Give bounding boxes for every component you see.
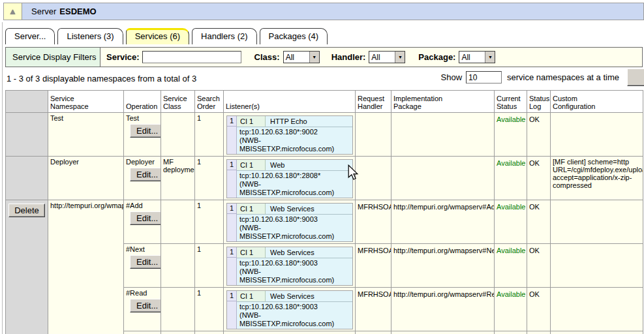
delete-button[interactable]: Delete [8,204,45,217]
operation-cell: Test Edit... [124,113,161,157]
show-suffix-label: service namespaces at a time [507,72,619,82]
table-row-wmapserv-add: Delete http://tempuri.org/wmapserv #Add … [6,200,643,244]
custom-configuration-cell [551,113,643,157]
operation-cell: #Add Edit... [124,200,161,244]
row-actions-cell: Delete [6,200,48,334]
col-header-implementation-package: Implementation Package [391,91,495,113]
implementation-package-cell [391,113,495,157]
listener-box: 1 CI 1 Web tcp:10.120.63.180*:2808* (NWB… [226,159,353,198]
service-filter-input[interactable] [142,51,241,63]
implementation-package-cell [391,157,495,200]
show-label: Show [441,72,463,82]
row-actions-cell [6,157,48,200]
service-class-cell [161,244,195,288]
custom-configuration-cell [551,288,643,331]
col-header-service-class: Service Class [161,91,195,113]
server-title-bar: ▲ Server ESDEMO [3,3,644,20]
chevron-down-icon[interactable]: ▼ [395,52,405,63]
handler-filter-label: Handler: [331,52,366,62]
listener-head: CI 1 Web Services [237,247,352,258]
chevron-down-icon[interactable]: ▼ [485,52,495,63]
listener-name: HTTP Echo [266,116,352,127]
search-order-cell: 1 [195,331,224,334]
status-log-cell: OK [527,244,551,288]
pagination-button-partial[interactable] [627,68,644,86]
show-count-input[interactable] [466,71,502,84]
col-header-current-status: Current Status [495,91,527,113]
table-header-row: Service Namespace Operation Service Clas… [6,91,643,113]
service-class-cell [161,113,195,157]
listener-host: (NWB-MBISSETXP.microfocus.com) [239,180,351,197]
service-display-filters-bar: Service Display Filters Service: Class: … [5,47,643,67]
namespace-cell: Deployer [48,157,124,200]
request-handler-cell: MFRHSOAP [356,200,391,244]
listener-endpoint: tcp:10.120.63.180*:2808* [239,172,351,180]
listener-name: Web [266,160,352,170]
request-handler-cell: MFRHSOAP [356,331,391,334]
service-class-cell [161,288,195,331]
chevron-down-icon[interactable]: ▼ [309,52,319,63]
class-filter-label: Class: [254,52,280,62]
service-class-cell: MF deployment [161,157,195,200]
current-status-cell: Available [495,244,527,288]
row-actions-cell [6,113,48,157]
operation-label: #Next [126,245,159,253]
listener-endpoint-block: tcp:10.120.63.180*:9003 (NWB-MBISSETXP.m… [237,215,352,241]
package-filter-select[interactable]: All ▼ [459,51,495,63]
tab-server[interactable]: Server... [5,28,55,44]
col-header-request-handler: Request Handler [356,91,391,113]
status-log-cell: OK [527,331,551,334]
tab-listeners[interactable]: Listeners (3) [57,28,123,44]
tab-bar: Server... Listeners (3) Services (6) Han… [5,28,328,44]
listener-host: (NWB-MBISSETXP.microfocus.com) [239,224,351,241]
edit-button[interactable]: Edit... [130,211,161,225]
handler-filter-value: All [369,52,395,63]
col-header-status-log: Status Log [527,91,551,113]
listener-head: CI 1 HTTP Echo [237,116,352,127]
search-order-cell: 1 [195,157,224,200]
service-class-cell [161,200,195,244]
listener-number: 1 [227,247,236,258]
listener-cell: 1 CI 1 Web Services tcp:10.120.63.180*:9… [224,331,356,334]
listener-endpoint: tcp:10.120.63.180*:9002 [239,128,351,136]
package-filter-label: Package: [418,52,455,62]
col-header-operation: Operation [124,91,161,113]
listener-endpoint-block: tcp:10.120.63.180*:9003 (NWB-MBISSETXP.m… [237,258,352,285]
listener-host: (NWB-MBISSETXP.microfocus.com) [239,311,351,328]
tab-handlers[interactable]: Handlers (2) [192,28,257,44]
table-row-test: Test Test Edit... 1 1 CI 1 HTTP Echo tcp… [6,113,643,157]
listener-host: (NWB-MBISSETXP.microfocus.com) [239,267,351,284]
server-title-prefix: Server [31,7,56,16]
namespace-count-summary: 1 - 3 of 3 displayable namespaces from a… [7,74,196,84]
listener-box: 1 CI 1 Web Services tcp:10.120.63.180*:9… [226,290,353,329]
status-log-cell: OK [527,113,551,157]
operation-label: #Add [126,202,159,209]
listener-detail: CI 1 Web Services tcp:10.120.63.180*:900… [237,247,352,285]
listener-endpoint: tcp:10.120.63.180*:9003 [239,259,351,267]
search-order-cell: 1 [195,244,224,288]
listener-conversation: CI 1 [237,160,266,170]
tab-packages[interactable]: Packages (4) [260,28,328,44]
operation-cell: #Delete Edit... [124,331,161,334]
operation-label: Test [126,114,159,122]
tab-services[interactable]: Services (6) [126,28,189,44]
listener-endpoint: tcp:10.120.63.180*:9003 [239,303,351,311]
edit-button[interactable]: Edit... [130,124,161,138]
listener-number: 1 [227,204,236,214]
handler-filter-select[interactable]: All ▼ [369,51,405,63]
edit-button[interactable]: Edit... [130,255,161,269]
custom-configuration-cell [551,200,643,244]
edit-button[interactable]: Edit... [130,299,161,312]
namespace-cell: Test [48,113,124,157]
implementation-package-cell: http://tempuri.org/wmapserv#Read [391,288,495,331]
edit-button[interactable]: Edit... [130,168,161,181]
class-filter-select[interactable]: All ▼ [283,51,320,63]
mouse-cursor [346,164,360,181]
listener-cell: 1 CI 1 HTTP Echo tcp:10.120.63.180*:9002… [224,113,356,157]
listener-index-column: 1 [227,204,237,241]
status-log-cell: OK [527,157,551,200]
implementation-package-cell: http://tempuri.org/wmapserv#Delete [391,331,495,334]
server-name: ESDEMO [59,7,96,16]
collapse-button[interactable]: ▲ [3,3,22,20]
col-header-search-order: Search Order [195,91,224,113]
